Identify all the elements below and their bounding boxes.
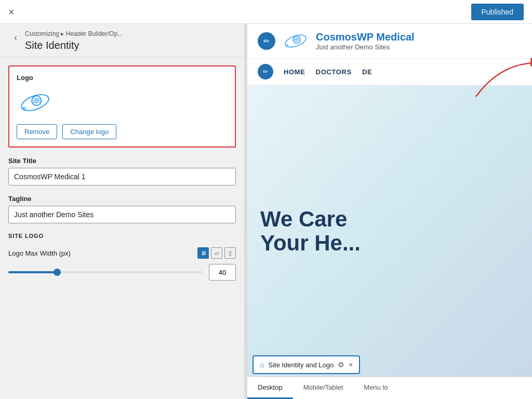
mobile-icon[interactable]: ▯ — [224, 247, 236, 259]
hero-title-line1: We Care — [260, 207, 361, 231]
nav-item-home[interactable]: HOME — [284, 68, 305, 76]
tab-menu-lo[interactable]: Menu lo — [353, 377, 398, 399]
remove-button[interactable]: Remove — [17, 124, 57, 139]
sidebar: ‹ Customizing ▸ Header Builder/Op... Sit… — [0, 24, 244, 399]
logo-preview — [17, 87, 53, 118]
edit-pencil-circle[interactable]: ✏ — [258, 32, 275, 50]
device-tabs: Desktop Mobile/Tablet Menu lo — [247, 377, 532, 399]
preview-logo — [283, 30, 309, 52]
sidebar-header: ‹ Customizing ▸ Header Builder/Op... Sit… — [0, 24, 244, 57]
slider-thumb[interactable] — [54, 269, 61, 276]
nav-item-de[interactable]: DE — [362, 68, 372, 76]
logo-width-label: Logo Max Width (px) — [8, 249, 193, 257]
top-bar: × Published — [0, 0, 532, 24]
home-icon: ⌂ — [260, 361, 264, 369]
slider-fill — [8, 271, 57, 273]
site-title-input[interactable] — [8, 168, 236, 185]
logo-section: Logo — [8, 65, 236, 148]
main-layout: ‹ Customizing ▸ Header Builder/Op... Sit… — [0, 24, 532, 399]
logo-buttons: Remove Change logo — [17, 124, 228, 139]
preview-bottom-bar: Desktop Mobile/Tablet Menu lo — [247, 377, 532, 399]
slider-row: 40 — [8, 264, 236, 281]
identity-badge-label: Site Identity and Logo — [268, 361, 334, 369]
badge-close-icon[interactable]: × — [349, 361, 353, 369]
change-logo-button[interactable]: Change logo — [62, 124, 116, 139]
tagline-label: Tagline — [8, 195, 236, 203]
tagline-group: Tagline — [8, 195, 236, 223]
preview-site-header: ✏ CosmosWP Medical Just another Demo Sit… — [247, 24, 532, 59]
site-logo-section: SITE LOGO Logo Max Width (px) 🖥 ▱ ▯ — [8, 233, 236, 281]
hero-text: We Care Your He... — [260, 207, 361, 255]
preview-area: ✏ CosmosWP Medical Just another Demo Sit… — [247, 24, 532, 399]
site-brand: CosmosWP Medical Just another Demo Sites — [316, 31, 415, 51]
slider-track — [8, 271, 203, 273]
desktop-icon[interactable]: 🖥 — [197, 247, 209, 259]
logo-label: Logo — [17, 74, 228, 82]
preview-nav: ✏ HOME DOCTORS DE — [247, 59, 532, 86]
svg-point-11 — [286, 44, 288, 46]
identity-badge: ⌂ Site Identity and Logo ⚙ × — [252, 355, 360, 374]
logo-width-row: Logo Max Width (px) 🖥 ▱ ▯ — [8, 247, 236, 259]
breadcrumb: Customizing ▸ Header Builder/Op... — [25, 30, 123, 37]
preview-site-tagline: Just another Demo Sites — [316, 43, 415, 51]
sidebar-content: Logo — [0, 57, 244, 399]
hero-title-line2: Your He... — [260, 231, 361, 255]
published-button[interactable]: Published — [471, 4, 524, 20]
site-title-group: Site Title — [8, 157, 236, 185]
tab-desktop[interactable]: Desktop — [247, 377, 293, 399]
slider-value: 40 — [209, 264, 236, 281]
badge-settings-icon[interactable]: ⚙ — [338, 361, 344, 369]
svg-point-3 — [22, 107, 25, 110]
device-icons: 🖥 ▱ ▯ — [197, 247, 236, 259]
tagline-input[interactable] — [8, 206, 236, 223]
nav-item-doctors[interactable]: DOCTORS — [316, 68, 352, 76]
nav-edit-circle[interactable]: ✏ — [258, 64, 273, 79]
back-button[interactable]: ‹ — [8, 30, 23, 45]
section-title: Site Identity — [25, 39, 123, 51]
preview-site-name: CosmosWP Medical — [316, 31, 415, 43]
close-button[interactable]: × — [8, 7, 15, 17]
tablet-icon[interactable]: ▱ — [211, 247, 222, 259]
preview-hero: We Care Your He... — [247, 86, 532, 377]
logo-image — [18, 88, 52, 117]
tab-mobile-tablet[interactable]: Mobile/Tablet — [293, 377, 354, 399]
site-logo-heading: SITE LOGO — [8, 233, 236, 239]
site-title-label: Site Title — [8, 157, 236, 165]
slider-container[interactable] — [8, 271, 203, 273]
